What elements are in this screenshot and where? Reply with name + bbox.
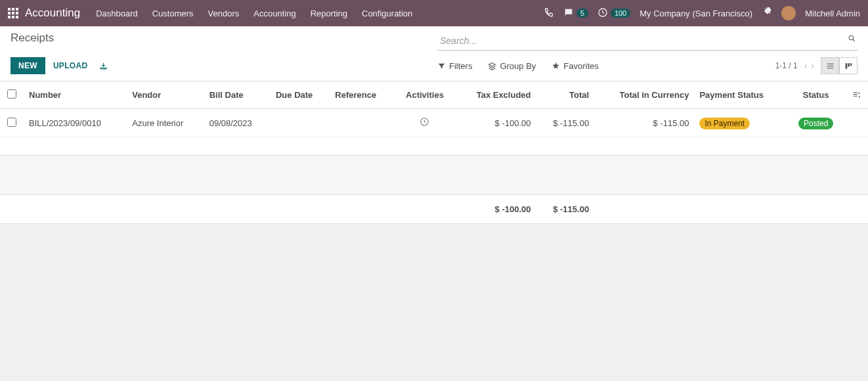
filter-icon	[437, 62, 446, 70]
menu-reporting[interactable]: Reporting	[311, 9, 347, 18]
download-icon[interactable]	[99, 62, 108, 70]
new-button[interactable]: NEW	[11, 57, 45, 74]
col-tax[interactable]: Tax Excluded	[455, 81, 536, 109]
total-total: $ -115.00	[536, 195, 595, 224]
col-payment-status[interactable]: Payment Status	[694, 81, 787, 109]
menu-customers[interactable]: Customers	[152, 9, 194, 18]
messages-count: 5	[576, 9, 588, 18]
phone-icon[interactable]	[544, 7, 554, 20]
menu-dashboard[interactable]: Dashboard	[96, 9, 138, 18]
col-status[interactable]: Status	[787, 81, 844, 109]
messages-indicator[interactable]: 5	[563, 7, 588, 20]
menu-vendors[interactable]: Vendors	[208, 9, 240, 18]
filters-button[interactable]: Filters	[437, 57, 472, 74]
upload-button[interactable]: UPLOAD	[45, 57, 95, 74]
status-badge: Posted	[798, 118, 833, 129]
avatar[interactable]	[781, 6, 796, 20]
totals-row: $ -100.00 $ -115.00	[0, 195, 868, 224]
pager-prev-icon[interactable]: ‹	[804, 60, 808, 71]
col-number[interactable]: Number	[24, 81, 127, 109]
search-icon[interactable]	[848, 34, 856, 43]
col-billdate[interactable]: Bill Date	[204, 81, 271, 109]
control-panel: Receipts NEW UPLOAD Filters Group By Fav…	[0, 26, 868, 81]
cell-total: $ -115.00	[536, 109, 595, 137]
user-name[interactable]: Mitchell Admin	[805, 9, 860, 18]
activities-indicator[interactable]: 100	[597, 7, 630, 20]
col-total-currency[interactable]: Total in Currency	[594, 81, 694, 109]
pager-next-icon[interactable]: ›	[811, 60, 814, 71]
clock-icon	[597, 7, 608, 20]
pager[interactable]: 1-1 / 1	[775, 61, 798, 70]
company-switcher[interactable]: My Company (San Francisco)	[640, 9, 752, 18]
col-total[interactable]: Total	[536, 81, 595, 109]
cell-vendor: Azure Interior	[127, 109, 204, 137]
list-icon	[826, 62, 835, 70]
gap-row	[0, 156, 868, 195]
debug-icon[interactable]	[762, 7, 772, 20]
col-duedate[interactable]: Due Date	[271, 81, 330, 109]
kanban-icon	[844, 62, 853, 70]
table-header-row: Number Vendor Bill Date Due Date Referen…	[0, 81, 868, 109]
chat-icon	[563, 7, 574, 20]
list-view-button[interactable]	[821, 57, 839, 74]
groupby-button[interactable]: Group By	[488, 57, 536, 74]
svg-point-1	[849, 35, 854, 40]
payment-status-badge: In Payment	[699, 118, 750, 129]
menu-accounting[interactable]: Accounting	[253, 9, 295, 18]
col-reference[interactable]: Reference	[330, 81, 395, 109]
total-tax: $ -100.00	[455, 195, 536, 224]
page-title: Receipts	[11, 32, 54, 45]
star-icon	[552, 62, 560, 70]
cell-reference	[330, 109, 395, 137]
app-brand[interactable]: Accounting	[25, 7, 80, 20]
cell-duedate	[271, 109, 330, 137]
favorites-button[interactable]: Favorites	[552, 57, 598, 74]
search-input[interactable]	[437, 32, 857, 51]
select-all-checkbox[interactable]	[7, 89, 16, 99]
activities-count: 100	[611, 9, 630, 18]
table-row[interactable]: BILL/2023/09/0010 Azure Interior 09/08/2…	[0, 109, 868, 137]
col-vendor[interactable]: Vendor	[127, 81, 204, 109]
spacer-row	[0, 137, 868, 156]
activity-clock-icon[interactable]	[420, 119, 429, 129]
main-menu: Dashboard Customers Vendors Accounting R…	[96, 9, 412, 18]
cell-total-currency: $ -115.00	[594, 109, 694, 137]
col-activities[interactable]: Activities	[395, 81, 455, 109]
cell-tax: $ -100.00	[455, 109, 536, 137]
cell-number: BILL/2023/09/0010	[24, 109, 127, 137]
cell-billdate: 09/08/2023	[204, 109, 271, 137]
kanban-view-button[interactable]	[839, 57, 857, 74]
column-options-icon[interactable]	[852, 90, 861, 99]
apps-icon[interactable]	[8, 8, 18, 18]
menu-configuration[interactable]: Configuration	[362, 9, 412, 18]
row-checkbox[interactable]	[7, 118, 16, 127]
layers-icon	[488, 62, 496, 70]
receipts-table: Number Vendor Bill Date Due Date Referen…	[0, 81, 868, 224]
top-navbar: Accounting Dashboard Customers Vendors A…	[0, 0, 868, 26]
